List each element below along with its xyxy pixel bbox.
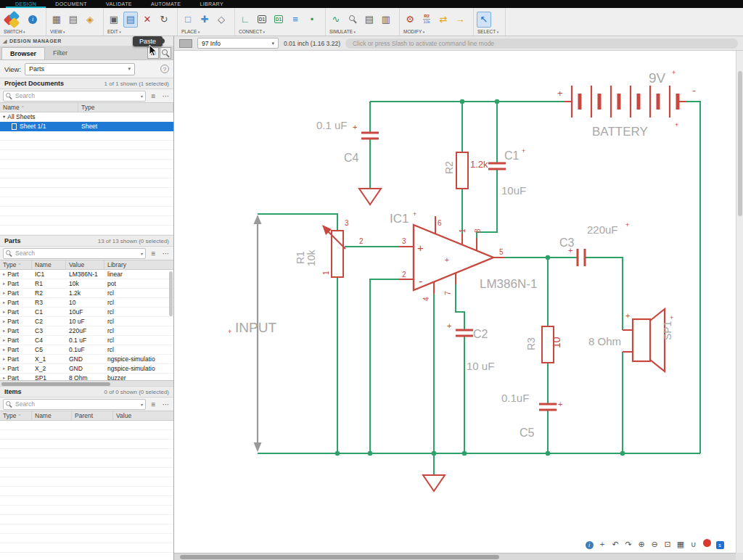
layer-settings-icon[interactable]: ◈ <box>83 12 97 28</box>
schematic-label[interactable]: 1 <box>459 228 467 233</box>
column-header[interactable]: Value <box>113 411 173 420</box>
parts-row[interactable]: ▸PartC210 uFrcl <box>0 317 173 326</box>
schematic-label[interactable]: 8 Ohm <box>588 335 621 347</box>
layer-select[interactable]: 97 Info ▾ <box>197 38 279 49</box>
bus-icon[interactable]: ≡ <box>288 12 303 28</box>
info-icon[interactable]: i <box>25 12 40 28</box>
column-header[interactable]: Name^ <box>0 103 78 112</box>
column-header[interactable]: Name <box>32 260 66 269</box>
parts-row[interactable]: ▸PartR310rcl <box>0 298 173 308</box>
panel-collapse-icon[interactable]: ◢ <box>3 38 7 44</box>
schematic-label[interactable]: - <box>419 275 422 287</box>
zoom-search-icon[interactable] <box>160 47 171 59</box>
schematic-label[interactable]: C1 <box>504 149 520 162</box>
redo-icon[interactable]: ↷ <box>624 540 633 549</box>
snap-icon[interactable]: ∪ <box>689 540 698 549</box>
toolbar-menu-select[interactable]: SELECT <box>477 29 499 36</box>
info-icon[interactable]: i <box>585 540 594 549</box>
column-header[interactable]: Name <box>32 411 72 420</box>
horizontal-scrollbar[interactable] <box>174 553 736 560</box>
grid-icon[interactable]: ▦ <box>676 540 685 549</box>
column-header[interactable]: Library <box>104 260 173 269</box>
toolbar-menu-switch[interactable]: SWITCH <box>3 29 40 36</box>
parts-vscrollbar[interactable] <box>169 271 173 316</box>
schematic-label[interactable]: 9V <box>649 70 666 86</box>
move-group-icon[interactable]: → <box>453 12 467 28</box>
wrench-icon[interactable]: ⚙ <box>403 12 417 28</box>
parts-row[interactable]: ▸PartSP18 Ohmbuzzer <box>0 374 173 380</box>
parts-search-input[interactable] <box>3 248 146 259</box>
place-frame-icon[interactable]: □ <box>181 12 195 28</box>
schematic-label[interactable]: + <box>625 311 630 320</box>
parts-row[interactable]: ▸PartX_1GNDngspice-simulatio <box>0 355 173 364</box>
column-header[interactable]: Type <box>78 103 173 112</box>
view-select[interactable]: Parts ▾ <box>25 63 135 75</box>
schematic-label[interactable]: + <box>568 246 572 255</box>
parts-row[interactable]: ▸PartIC1LM386N-1linear <box>0 270 173 279</box>
chevron-down-icon[interactable]: ▾ <box>141 94 143 99</box>
parts-row[interactable]: ▸PartC50.1uFrcl <box>0 345 173 355</box>
menu-design[interactable]: DESIGN <box>6 0 46 8</box>
more-icon[interactable]: ⋯ <box>161 400 171 409</box>
schematic-label[interactable]: + <box>417 242 424 254</box>
schematic-label[interactable]: - <box>692 84 696 96</box>
schematic-label[interactable]: + <box>228 328 231 335</box>
simulate-icon[interactable]: s <box>715 540 724 549</box>
schematic-label[interactable]: + <box>522 147 525 155</box>
documents-search-input[interactable] <box>3 91 146 102</box>
menu-library[interactable]: LIBRARY <box>190 0 233 8</box>
parts-row[interactable]: ▸PartX_2GNDngspice-simulatio <box>0 364 173 374</box>
waveform-icon[interactable]: ∿ <box>329 12 343 28</box>
list-options-icon[interactable]: ≡ <box>149 249 158 258</box>
schematic-label[interactable]: R2 <box>443 161 455 174</box>
schematic-label[interactable]: 3 <box>345 219 349 227</box>
parts-row[interactable]: ▸PartC3220uFrcl <box>0 326 173 336</box>
schematic-label[interactable]: 2 <box>402 271 406 279</box>
grid-settings-icon[interactable]: ▤ <box>66 12 81 28</box>
undo-icon[interactable]: ↶ <box>611 540 620 549</box>
schematic-label[interactable]: 10k <box>305 249 317 266</box>
place-part-icon[interactable]: ✚ <box>197 12 212 28</box>
junction-icon[interactable]: • <box>305 12 319 28</box>
schematic-label[interactable]: 0.1 uF <box>316 119 348 131</box>
parts-row[interactable]: ▸PartC110uFrcl <box>0 308 173 317</box>
zoom-out-icon[interactable]: ⊖ <box>650 540 659 549</box>
sheet-row[interactable]: Sheet 1/1Sheet <box>0 122 173 131</box>
schematic-label[interactable]: + <box>447 321 451 330</box>
tab-filter[interactable]: Filter <box>45 47 75 59</box>
parts-row[interactable]: ▸PartC40.1 uFrcl <box>0 336 173 345</box>
tree-root-row[interactable]: ▾All Sheets <box>0 112 173 122</box>
schematic-label[interactable]: 1.2k <box>470 159 488 170</box>
schematic-label[interactable]: 6 <box>438 219 442 227</box>
schematic-label[interactable]: 5 <box>499 248 504 256</box>
zoom-fit-icon[interactable]: ⊡ <box>663 540 672 549</box>
schematic-label[interactable]: 10uF <box>501 184 526 197</box>
schematic-label[interactable]: 8 <box>474 228 482 233</box>
schematic-label[interactable]: + <box>670 314 673 321</box>
schematic-canvas[interactable]: 0.1 uFC4+9V+BATTERY++-C1+10uFR21.2kIC1+L… <box>174 51 743 553</box>
copy-icon[interactable]: ▣ <box>107 12 121 28</box>
toolbar-menu-connect[interactable]: CONNECT <box>238 29 319 36</box>
swap-icon[interactable]: ⇄ <box>436 12 451 28</box>
list-options-icon[interactable]: ≡ <box>149 91 158 101</box>
schematic-label[interactable]: IC1 <box>390 212 409 226</box>
select-cursor-icon[interactable]: ↖ <box>477 12 491 28</box>
schematic-label[interactable]: + <box>353 123 357 131</box>
schematic-label[interactable]: + <box>625 221 629 228</box>
toolbar-menu-place[interactable]: PLACE <box>181 29 229 36</box>
vertical-scrollbar[interactable] <box>736 51 743 553</box>
column-header[interactable]: Parent <box>72 411 113 420</box>
schematic-label[interactable]: C4 <box>344 152 359 164</box>
menu-document[interactable]: DOCUMENT <box>46 0 97 8</box>
probe-icon[interactable] <box>345 12 360 28</box>
schematic-label[interactable]: SP1 <box>662 321 673 340</box>
schematic-label[interactable]: 3 <box>402 237 406 245</box>
place-shape-icon[interactable]: ◇ <box>214 12 229 28</box>
parts-row[interactable]: ▸PartR21.2krcl <box>0 289 173 298</box>
more-icon[interactable]: ⋯ <box>161 91 171 101</box>
delete-icon[interactable]: ✕ <box>140 12 155 28</box>
toolbar-menu-simulate[interactable]: SIMULATE <box>329 29 393 36</box>
schematic-label[interactable]: 10 <box>551 337 562 348</box>
toolbar-menu-edit[interactable]: EDIT <box>107 29 171 36</box>
schematic-label[interactable]: + <box>558 400 562 408</box>
